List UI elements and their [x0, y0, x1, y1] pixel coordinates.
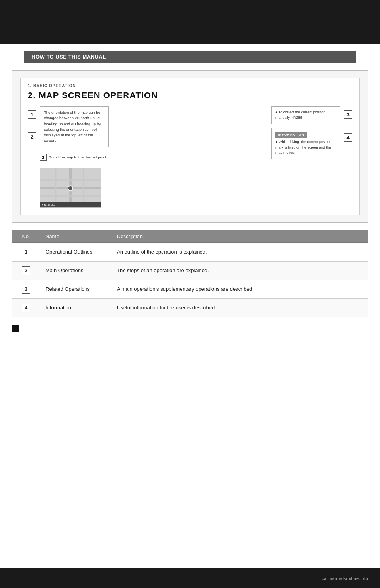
col-header-no: No.	[12, 230, 40, 242]
row4-description: Useful information for the user is descr…	[111, 298, 368, 317]
row1-no: 1	[12, 242, 40, 261]
map-inner: 146 St NW	[40, 168, 101, 207]
diagram-body: 1 2 The orientation of the map can be ch…	[28, 106, 352, 208]
row3-num-box: 3	[22, 285, 30, 294]
main-content: HOW TO USE THIS MANUAL 1. BASIC OPERATIO…	[0, 51, 380, 332]
diagram-subtitle: 1. BASIC OPERATION	[28, 84, 352, 88]
left-text-content: The orientation of the map can be change…	[44, 110, 101, 143]
map-image: 146 St NW	[40, 168, 101, 208]
svg-text:146 St NW: 146 St NW	[42, 204, 55, 207]
row1-name: Operational Outlines	[40, 242, 111, 261]
right-text-box-2: INFORMATION ● While driving, the current…	[271, 128, 340, 159]
callout-numbers-left: 1 2	[28, 106, 36, 208]
row4-no: 4	[12, 298, 40, 317]
row3-name: Related Operations	[40, 280, 111, 298]
row4-num-box: 4	[22, 304, 30, 312]
top-bar	[0, 0, 380, 44]
right-box2-text: ● While driving, the current position ma…	[276, 139, 336, 156]
table-row: 2 Main Operations The steps of an operat…	[12, 261, 368, 280]
callout-2-left: 2	[28, 132, 36, 141]
table-row: 4 Information Useful information for the…	[12, 298, 368, 317]
svg-point-7	[68, 186, 73, 191]
map-svg: 146 St NW	[40, 168, 101, 208]
step-row: 1 Scroll the map to the desired point.	[40, 154, 109, 161]
callout-1-left: 1	[28, 110, 36, 119]
right-box1-bullet: ●	[276, 110, 279, 114]
step-number: 1	[40, 154, 47, 161]
left-section: 1 2 The orientation of the map can be ch…	[28, 106, 265, 208]
callout-3-right: 3	[344, 110, 352, 119]
table-row: 1 Operational Outlines An outline of the…	[12, 242, 368, 261]
row2-description: The steps of an operation are explained.	[111, 261, 368, 280]
callout-4-right: 4	[344, 133, 352, 142]
right-text-box-1: ● To correct the current position manual…	[271, 106, 340, 124]
row1-num-box: 1	[22, 248, 30, 256]
row4-name: Information	[40, 298, 111, 317]
row2-no: 2	[12, 261, 40, 280]
right-box1-text: To correct the current position manually…	[276, 110, 325, 120]
row3-no: 3	[12, 280, 40, 298]
row2-num-box: 2	[22, 266, 30, 275]
table-header-row: No. Name Description	[12, 230, 368, 242]
table-container: No. Name Description 1 Operational Outli…	[12, 230, 368, 317]
right-box2-content: While driving, the current position mark…	[276, 140, 331, 155]
col-header-name: Name	[40, 230, 111, 242]
right-box2-bullet: ●	[276, 140, 279, 144]
row3-description: A main operation's supplementary operati…	[111, 280, 368, 298]
row1-description: An outline of the operation is explained…	[111, 242, 368, 261]
section-title-bar: HOW TO USE THIS MANUAL	[24, 51, 356, 63]
diagram-inner: 1. BASIC OPERATION 2. MAP SCREEN OPERATI…	[20, 78, 360, 215]
left-text-box: The orientation of the map can be change…	[40, 106, 109, 147]
diagram-container: 1. BASIC OPERATION 2. MAP SCREEN OPERATI…	[12, 70, 368, 223]
right-boxes: ● To correct the current position manual…	[271, 106, 340, 159]
col-header-description: Description	[111, 230, 368, 242]
row2-name: Main Operations	[40, 261, 111, 280]
right-section: ● To correct the current position manual…	[271, 106, 352, 208]
bottom-bar: carmanualsonline.info	[0, 568, 380, 588]
table-row: 3 Related Operations A main operation's …	[12, 280, 368, 298]
step-text: Scroll the map to the desired point.	[49, 155, 107, 159]
page-wrapper: HOW TO USE THIS MANUAL 1. BASIC OPERATIO…	[0, 0, 380, 588]
operations-table: No. Name Description 1 Operational Outli…	[12, 230, 368, 317]
section-marker	[12, 325, 19, 332]
callout-numbers-right: 3 4	[344, 106, 352, 142]
footer-website: carmanualsonline.info	[321, 576, 368, 581]
left-content: The orientation of the map can be change…	[40, 106, 109, 208]
section-title-text: HOW TO USE THIS MANUAL	[32, 54, 106, 60]
info-badge: INFORMATION	[276, 132, 307, 138]
diagram-title: 2. MAP SCREEN OPERATION	[28, 90, 352, 101]
